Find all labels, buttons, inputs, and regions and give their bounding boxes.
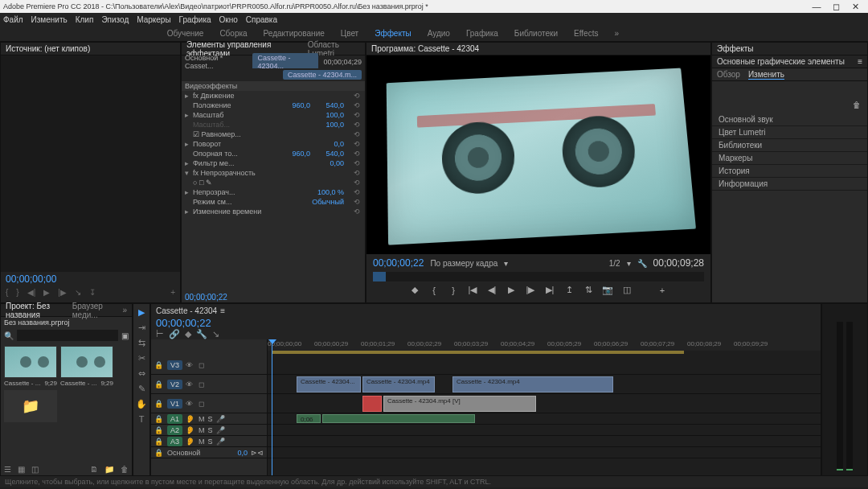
zoom-dropdown[interactable]: 1/2 [609, 259, 620, 268]
source-tab[interactable]: Источник: (нет клипов) [6, 44, 90, 53]
browse-tab[interactable]: Обзор [717, 70, 740, 79]
ws-overflow-icon[interactable]: » [614, 29, 619, 38]
clip-v2-a[interactable]: Cassette - 42304... [297, 376, 361, 392]
step-fwd-icon[interactable]: |▶ [524, 285, 537, 295]
track-header-A3[interactable]: 🔒A3👂MS🎤 [151, 436, 267, 447]
track-a1-lane[interactable]: 0;06 [268, 413, 821, 425]
ec-property-row[interactable]: ▸Фильтр ме...0,00⟲ [182, 158, 365, 168]
clip-v2-b[interactable]: Cassette - 42304.mp4 [362, 376, 435, 392]
clip-thumb[interactable]: Cassette - ... 9;29 [60, 346, 113, 387]
ec-property-row[interactable]: ☑ Равномер...⟲ [182, 129, 365, 139]
clip-v1[interactable]: Cassette - 42304.mp4 [V] [383, 396, 536, 412]
ec-property-row[interactable]: Масштаб...100,0⟲ [182, 120, 365, 129]
razor-tool-icon[interactable]: ✂ [138, 353, 145, 364]
track-header-V3[interactable]: 🔒V3👁◻ [151, 355, 267, 375]
menu-edit[interactable]: Изменить [31, 15, 68, 24]
track-select-tool-icon[interactable]: ⇥ [138, 323, 145, 333]
selection-tool-icon[interactable]: ▶ [138, 307, 145, 318]
ec-property-row[interactable]: Положение960,0540,0⟲ [182, 101, 365, 110]
delete-icon[interactable]: 🗑 [121, 465, 129, 474]
program-viewport[interactable] [366, 55, 710, 254]
ec-property-row[interactable]: ▸Изменение времени⟲ [182, 207, 365, 216]
dropdown-icon[interactable]: ▾ [504, 259, 508, 268]
timeline-tracks-area[interactable]: 00;00;00;0000;00;00;2900;00;01;2900;00;0… [268, 339, 821, 475]
maximize-button[interactable]: ◻ [826, 2, 845, 12]
freeform-icon[interactable]: ◫ [31, 465, 39, 474]
ec-property-row[interactable]: ▸fx Движение⟲ [182, 91, 365, 101]
source-timecode[interactable]: 00;00;00;00 [6, 273, 175, 285]
track-header-A2[interactable]: 🔒A2👂MS🎤 [151, 425, 267, 436]
effects-category-item[interactable]: Основной звук [712, 113, 867, 126]
track-header-A1[interactable]: 🔒A1👂MS🎤 [151, 413, 267, 425]
clip-v1-fx[interactable] [362, 396, 382, 412]
playhead[interactable] [272, 339, 272, 475]
ec-tc-foot[interactable]: 00;00;00;22 [185, 293, 227, 302]
play-icon[interactable]: ▶ [43, 288, 50, 297]
effects-tab[interactable]: Эффекты [717, 44, 753, 53]
clip-v2-c[interactable]: Cassette - 42304.mp4 [452, 376, 613, 392]
track-master-lane[interactable] [268, 447, 821, 458]
hand-tool-icon[interactable]: ✋ [136, 399, 147, 409]
effects-category-item[interactable]: Информация [712, 178, 867, 191]
ws-graphics[interactable]: Графика [466, 29, 498, 38]
insert-icon[interactable]: ↘ [75, 288, 81, 297]
track-header-V2[interactable]: 🔒V2👁◻ [151, 375, 267, 394]
program-scrubber[interactable] [373, 272, 704, 281]
slip-tool-icon[interactable]: ⇔ [138, 368, 145, 379]
bin-icon[interactable]: ▣ [121, 331, 129, 340]
ec-property-row[interactable]: ▸Масштаб100,0⟲ [182, 110, 365, 120]
ec-pill[interactable]: Cassette - 42304.m... [283, 70, 362, 80]
track-a3-lane[interactable] [268, 436, 821, 447]
clip-a1b[interactable] [322, 414, 475, 423]
marker-icon[interactable]: ◆ [185, 329, 191, 339]
ec-property-row[interactable]: ○ □ ✎⟲ [182, 178, 365, 187]
menu-markers[interactable]: Маркеры [137, 15, 170, 24]
ec-property-row[interactable]: ▸Поворот0,0⟲ [182, 139, 365, 149]
add-btn-icon[interactable]: + [170, 288, 175, 297]
dropdown-icon[interactable]: ▾ [627, 259, 631, 268]
track-v3-lane[interactable] [268, 355, 821, 375]
track-header-master[interactable]: 🔒Основной0,0⊳⊲ [151, 447, 267, 458]
list-view-icon[interactable]: ☰ [4, 465, 11, 474]
add-marker-icon[interactable]: ◆ [408, 285, 421, 295]
mark-in-icon[interactable]: { [428, 286, 440, 295]
clip-a1[interactable]: 0;06 [297, 414, 321, 423]
delete-icon[interactable]: 🗑 [853, 101, 861, 109]
settings-icon[interactable]: 🔧 [196, 329, 207, 339]
close-button[interactable]: ✕ [845, 2, 865, 12]
mark-out-icon[interactable]: } [447, 286, 460, 295]
effects-category-item[interactable]: История [712, 165, 867, 178]
extract-icon[interactable]: ⇅ [582, 285, 595, 295]
new-item-icon[interactable]: 🗎 [90, 465, 98, 474]
ws-audio[interactable]: Аудио [428, 29, 450, 38]
overwrite-icon[interactable]: ↧ [89, 288, 96, 297]
step-back-icon[interactable]: ◀| [485, 285, 498, 295]
comparison-icon[interactable]: ◫ [620, 285, 633, 295]
type-tool-icon[interactable]: T [139, 414, 145, 424]
folder-thumb[interactable]: 📁 [4, 390, 57, 422]
fit-dropdown[interactable]: По размеру кадра [430, 259, 497, 268]
track-header-V1[interactable]: 🔒V1👁◻ [151, 394, 267, 413]
ws-color[interactable]: Цвет [341, 29, 358, 38]
ws-effects[interactable]: Эффекты [375, 29, 411, 38]
step-back-icon[interactable]: ◀| [27, 288, 36, 297]
search-input[interactable] [17, 330, 118, 341]
effects-category-item[interactable]: Библиотеки [712, 139, 867, 152]
menu-help[interactable]: Справка [246, 15, 277, 24]
pen-tool-icon[interactable]: ✎ [138, 384, 145, 394]
program-timecode[interactable]: 00;00;00;22 [373, 257, 424, 269]
mark-in-icon[interactable]: { [6, 288, 8, 297]
link-icon[interactable]: 🔗 [169, 329, 180, 339]
ec-property-row[interactable]: Опорная то...960,0540,0⟲ [182, 149, 365, 158]
panel-menu-icon[interactable]: ≡ [858, 57, 862, 66]
ws-assembly[interactable]: Сборка [219, 29, 247, 38]
menu-sequence[interactable]: Эпизод [101, 15, 129, 24]
icon-view-icon[interactable]: ▦ [18, 465, 25, 474]
ec-property-row[interactable]: Режим см...Обычный⟲ [182, 197, 365, 207]
overflow-icon[interactable]: » [122, 306, 127, 314]
edit-tab[interactable]: Изменить [748, 70, 784, 80]
ws-effects2[interactable]: Effects [574, 29, 598, 38]
ec-property-row[interactable]: ▾fx Непрозрачность⟲ [182, 168, 365, 178]
goto-in-icon[interactable]: |◀ [466, 285, 479, 295]
work-area-bar[interactable] [272, 351, 684, 354]
